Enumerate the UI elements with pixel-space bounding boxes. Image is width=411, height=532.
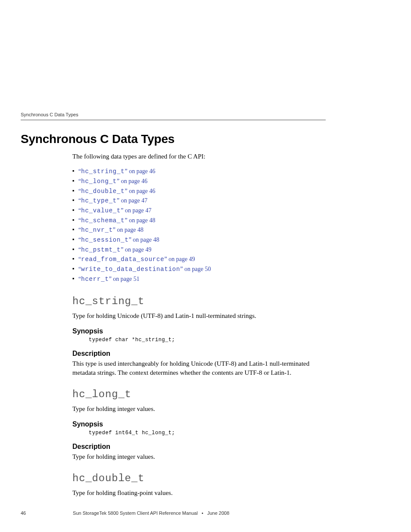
- link-page-ref: on page 51: [112, 276, 140, 282]
- reference-link[interactable]: “hc_session_t” on page 48: [78, 236, 159, 243]
- reference-list-item: “hc_nvr_t” on page 48: [72, 225, 326, 235]
- link-code: hc_value_t: [81, 207, 121, 214]
- link-page-ref: on page 49: [167, 256, 195, 262]
- link-page-ref: on page 48: [131, 236, 159, 243]
- reference-list-item: “read_from_data_source” on page 49: [72, 255, 326, 264]
- link-code: hc_session_t: [81, 236, 128, 243]
- description-heading: Description: [72, 443, 326, 451]
- link-page-ref: on page 46: [128, 188, 156, 194]
- reference-list: “hc_string_t” on page 46“hc_long_t” on p…: [72, 167, 326, 284]
- link-page-ref: on page 46: [128, 168, 156, 174]
- description-hc-string-t: This type is used interchangeably for ho…: [72, 359, 326, 377]
- link-code: hc_string_t: [81, 168, 125, 175]
- reference-list-item: “hc_schema_t” on page 48: [72, 216, 326, 226]
- link-code: hc_long_t: [81, 178, 117, 185]
- synopsis-heading: Synopsis: [72, 327, 326, 335]
- reference-link[interactable]: “hc_string_t” on page 46: [78, 168, 156, 174]
- reference-list-item: “hc_pstmt_t” on page 49: [72, 245, 326, 255]
- main-content: The following data types are defined for…: [72, 152, 326, 498]
- code-hc-string-t: typedef char *hc_string_t;: [89, 337, 326, 343]
- reference-link[interactable]: “hc_double_t” on page 46: [78, 188, 156, 194]
- reference-link[interactable]: “hc_pstmt_t” on page 49: [78, 246, 151, 253]
- heading-hc-double-t: hc_double_t: [72, 473, 326, 484]
- reference-list-item: “hc_type_t” on page 47: [72, 196, 326, 206]
- footer-doc-title: Sun StorageTek 5800 System Client API Re…: [73, 510, 198, 516]
- reference-link[interactable]: “read_from_data_source” on page 49: [78, 256, 195, 262]
- reference-list-item: “hc_long_t” on page 46: [72, 177, 326, 187]
- page-number: 46: [21, 510, 72, 516]
- link-page-ref: on page 47: [123, 207, 151, 214]
- reference-list-item: “hc_string_t” on page 46: [72, 167, 326, 177]
- link-code: read_from_data_source: [81, 256, 164, 263]
- summary-hc-string-t: Type for holding Unicode (UTF-8) and Lat…: [72, 311, 326, 320]
- link-code: hc_type_t: [81, 197, 117, 204]
- intro-text: The following data types are defined for…: [72, 152, 326, 161]
- description-heading: Description: [72, 350, 326, 358]
- code-hc-long-t: typedef int64_t hc_long_t;: [89, 430, 326, 436]
- reference-list-item: “hcerr_t” on page 51: [72, 274, 326, 284]
- reference-link[interactable]: “hc_long_t” on page 46: [78, 178, 147, 184]
- heading-hc-string-t: hc_string_t: [72, 296, 326, 307]
- link-page-ref: on page 48: [128, 217, 156, 224]
- reference-link[interactable]: “hc_type_t” on page 47: [78, 197, 147, 204]
- synopsis-heading: Synopsis: [72, 420, 326, 428]
- description-hc-long-t: Type for holding integer values.: [72, 452, 326, 461]
- link-code: hc_pstmt_t: [81, 246, 121, 253]
- page-footer: 46 Sun StorageTek 5800 System Client API…: [21, 510, 368, 516]
- footer-separator: •: [202, 510, 203, 516]
- summary-hc-double-t: Type for holding floating-point values.: [72, 488, 326, 498]
- heading-hc-long-t: hc_long_t: [72, 389, 326, 400]
- summary-hc-long-t: Type for holding integer values.: [72, 404, 326, 414]
- reference-link[interactable]: “hc_nvr_t” on page 48: [78, 227, 143, 233]
- footer-date: June 2008: [207, 510, 229, 516]
- link-code: hcerr_t: [81, 276, 109, 283]
- link-page-ref: on page 49: [123, 246, 151, 253]
- page-title: Synchronous C Data Types: [21, 132, 326, 146]
- link-code: hc_schema_t: [81, 217, 125, 224]
- reference-list-item: “hc_value_t” on page 47: [72, 206, 326, 216]
- reference-list-item: “hc_double_t” on page 46: [72, 187, 326, 196]
- reference-list-item: “write_to_data_destination” on page 50: [72, 264, 326, 274]
- reference-link[interactable]: “hcerr_t” on page 51: [78, 276, 140, 282]
- reference-link[interactable]: “hc_value_t” on page 47: [78, 207, 151, 214]
- running-header: Synchronous C Data Types: [21, 112, 326, 120]
- reference-link[interactable]: “write_to_data_destination” on page 50: [78, 266, 211, 272]
- link-page-ref: on page 47: [119, 197, 147, 204]
- link-code: hc_double_t: [81, 188, 125, 195]
- link-page-ref: on page 46: [119, 178, 147, 184]
- reference-list-item: “hc_session_t” on page 48: [72, 235, 326, 245]
- link-page-ref: on page 48: [115, 227, 143, 233]
- link-page-ref: on page 50: [183, 266, 211, 272]
- link-code: write_to_data_destination: [81, 266, 180, 273]
- reference-link[interactable]: “hc_schema_t” on page 48: [78, 217, 156, 224]
- link-code: hc_nvr_t: [81, 227, 113, 233]
